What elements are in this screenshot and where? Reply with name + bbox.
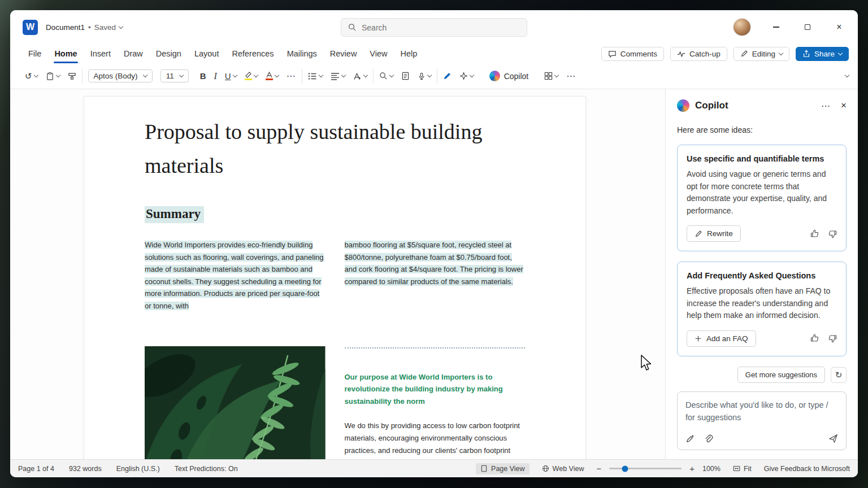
undo-button[interactable]: ↺ bbox=[25, 71, 38, 81]
document-preview-icon bbox=[401, 72, 410, 80]
attach-icon[interactable] bbox=[704, 434, 713, 443]
search-input[interactable] bbox=[362, 23, 503, 32]
styles-button[interactable] bbox=[353, 72, 367, 80]
copilot-close-button[interactable]: × bbox=[841, 100, 847, 111]
document-page[interactable]: Proposal to supply sustainable building … bbox=[84, 96, 586, 459]
minimize-button[interactable] bbox=[770, 21, 782, 33]
tab-references[interactable]: References bbox=[231, 48, 275, 59]
microphone-icon bbox=[418, 72, 426, 81]
chevron-down-icon bbox=[554, 73, 559, 77]
font-name-combo[interactable]: Aptos (Body) bbox=[88, 69, 153, 82]
more-toolbar-options-button[interactable]: ⋯ bbox=[566, 71, 576, 81]
page-indicator[interactable]: Page 1 of 4 bbox=[18, 465, 54, 473]
purpose-statement: Our purpose at Wide World Importers is t… bbox=[345, 371, 526, 408]
tab-draw[interactable]: Draw bbox=[123, 48, 144, 59]
zoom-slider-thumb[interactable] bbox=[622, 465, 628, 472]
copilot-ribbon-button[interactable]: Copilot bbox=[485, 68, 533, 84]
tab-review[interactable]: Review bbox=[329, 48, 358, 59]
document-meta[interactable]: Document1 • Saved bbox=[46, 23, 123, 32]
get-more-suggestions-button[interactable]: Get more suggestions bbox=[737, 367, 825, 383]
copilot-logo-icon bbox=[677, 99, 689, 112]
align-lines-icon bbox=[331, 72, 340, 80]
find-button[interactable] bbox=[379, 72, 393, 80]
zoom-out-button[interactable]: − bbox=[596, 464, 601, 473]
chevron-down-icon bbox=[838, 50, 843, 55]
catch-up-icon bbox=[677, 50, 685, 58]
word-count[interactable]: 932 words bbox=[69, 465, 102, 473]
more-font-options-button[interactable]: ⋯ bbox=[287, 71, 296, 81]
meta-separator: • bbox=[88, 23, 91, 32]
fit-label: Fit bbox=[744, 465, 752, 473]
section-divider bbox=[345, 347, 526, 348]
document-canvas[interactable]: Proposal to supply sustainable building … bbox=[10, 89, 665, 459]
web-view-button[interactable]: Web View bbox=[537, 463, 589, 474]
underline-button[interactable]: U bbox=[225, 71, 237, 81]
fit-button[interactable]: Fit bbox=[728, 463, 756, 474]
line-spacing-button[interactable] bbox=[331, 72, 345, 80]
zoom-in-button[interactable]: + bbox=[689, 464, 695, 473]
refresh-suggestions-button[interactable]: ↻ bbox=[831, 367, 847, 383]
thumbs-up-icon[interactable] bbox=[810, 229, 819, 238]
text-highlight-button[interactable] bbox=[245, 72, 258, 80]
editing-mode-button[interactable]: Editing bbox=[734, 47, 789, 61]
italic-button[interactable]: I bbox=[214, 71, 216, 81]
format-painter-button[interactable] bbox=[68, 72, 76, 80]
font-size-combo[interactable]: 11 bbox=[160, 69, 189, 82]
search-bar[interactable] bbox=[341, 18, 527, 37]
add-faq-button[interactable]: Add an FAQ bbox=[687, 330, 756, 347]
paste-button[interactable] bbox=[46, 72, 60, 81]
thumbs-down-icon[interactable] bbox=[828, 229, 837, 238]
tab-home[interactable]: Home bbox=[53, 48, 78, 59]
comment-icon bbox=[608, 50, 617, 58]
tab-view[interactable]: View bbox=[368, 48, 388, 59]
tab-file[interactable]: File bbox=[27, 48, 42, 59]
sparkle-icon bbox=[459, 72, 468, 80]
title-bar: W Document1 • Saved × bbox=[10, 10, 858, 44]
word-logo-icon: W bbox=[23, 20, 38, 35]
highlighted-text: Wide World Importers provides eco-friend… bbox=[145, 241, 324, 310]
fit-icon bbox=[733, 465, 740, 472]
copilot-ribbon-label: Copilot bbox=[504, 72, 529, 81]
chevron-down-icon bbox=[341, 73, 345, 77]
thumbs-up-icon[interactable] bbox=[810, 334, 819, 343]
ribbon-toolbar: ↺ Aptos (Body) bbox=[10, 63, 858, 89]
bullets-button[interactable] bbox=[308, 72, 323, 80]
thumbs-down-icon[interactable] bbox=[828, 334, 837, 343]
page-view-button[interactable]: Page View bbox=[476, 463, 530, 474]
minimize-icon bbox=[773, 27, 779, 28]
search-icon bbox=[348, 23, 357, 32]
plus-icon bbox=[695, 335, 702, 342]
feedback-link[interactable]: Give Feedback to Microsoft bbox=[764, 465, 850, 473]
font-color-button[interactable] bbox=[266, 72, 279, 80]
bold-button[interactable]: B bbox=[200, 71, 206, 81]
send-button[interactable] bbox=[828, 434, 838, 443]
maximize-button[interactable] bbox=[801, 21, 814, 33]
reading-pane-button[interactable] bbox=[401, 72, 410, 80]
designer-button[interactable] bbox=[459, 72, 474, 80]
tab-help[interactable]: Help bbox=[400, 48, 419, 59]
addins-button[interactable] bbox=[544, 72, 558, 80]
editor-button[interactable] bbox=[443, 72, 452, 80]
prompt-library-icon[interactable] bbox=[685, 434, 695, 443]
chevron-down-icon bbox=[142, 73, 147, 77]
text-predictions-indicator[interactable]: Text Predictions: On bbox=[175, 465, 238, 473]
catch-up-button[interactable]: Catch-up bbox=[670, 47, 727, 61]
tab-insert[interactable]: Insert bbox=[89, 48, 112, 59]
word-window: W Document1 • Saved × bbox=[10, 10, 858, 477]
close-button[interactable]: × bbox=[833, 21, 845, 33]
user-avatar[interactable] bbox=[734, 19, 750, 36]
copilot-menu-button[interactable]: ⋯ bbox=[821, 101, 831, 111]
language-indicator[interactable]: English (U.S.) bbox=[116, 465, 160, 473]
rewrite-button[interactable]: Rewrite bbox=[687, 225, 741, 242]
zoom-level[interactable]: 100% bbox=[702, 465, 721, 473]
share-button[interactable]: Share bbox=[796, 47, 849, 61]
tab-design[interactable]: Design bbox=[155, 48, 183, 59]
ribbon-collapse-button[interactable] bbox=[845, 75, 849, 77]
copilot-prompt-input[interactable]: Describe what you'd like to do, or type … bbox=[677, 391, 847, 450]
dictate-button[interactable] bbox=[418, 72, 431, 81]
comments-button[interactable]: Comments bbox=[601, 47, 664, 61]
zoom-slider[interactable] bbox=[609, 468, 682, 469]
tab-layout[interactable]: Layout bbox=[193, 48, 220, 59]
tab-mailings[interactable]: Mailings bbox=[286, 48, 318, 59]
leaf-photo[interactable] bbox=[145, 346, 326, 459]
